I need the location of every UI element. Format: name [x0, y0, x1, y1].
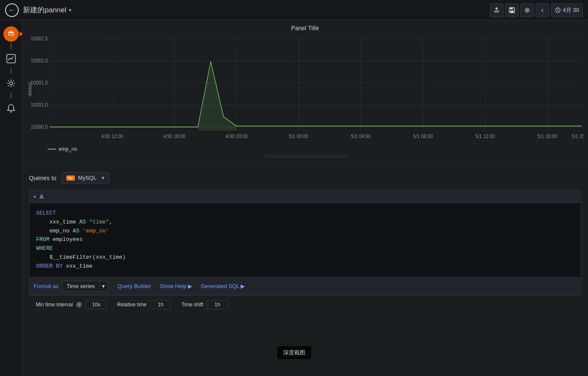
query-builder-button[interactable]: Query Builder — [113, 281, 155, 291]
format-as-label[interactable]: Format as — [34, 283, 59, 289]
sql-editor[interactable]: SELECT xxx_time AS "time", emp_no AS 'em… — [29, 203, 581, 277]
collapse-icon: ‹ — [541, 6, 543, 14]
query-block-name: A — [40, 193, 44, 200]
collapse-arrow-icon: ▾ — [34, 194, 36, 200]
format-select[interactable]: Time series ▾ — [62, 281, 108, 291]
svg-text:ddddd: ddddd — [27, 82, 32, 96]
relative-time-field: Relative time — [117, 300, 171, 309]
svg-text:10002.5: 10002.5 — [31, 36, 48, 41]
svg-text:5/1 16:00: 5/1 16:00 — [537, 133, 557, 139]
datasource-chevron-icon: ▾ — [102, 175, 105, 181]
back-button[interactable]: ← — [5, 3, 19, 17]
right-panel: Panel Title — [22, 20, 588, 376]
legend-label: emp_no — [59, 146, 77, 152]
show-help-button[interactable]: Show Help ▶ — [156, 281, 196, 291]
watermark-overlay: 深度截图 — [277, 346, 311, 359]
chart-inner: 10002.5 10002.0 10001.5 10001.0 10000.5 … — [26, 34, 584, 144]
time-shift-input[interactable] — [207, 300, 228, 309]
svg-point-3 — [526, 9, 528, 11]
sidebar-item-db[interactable] — [2, 25, 20, 43]
panel-title-text: 新建的pannel — [23, 5, 66, 15]
chart-scrollbar[interactable] — [263, 155, 348, 158]
svg-text:4/30 12:00: 4/30 12:00 — [101, 133, 123, 139]
svg-text:4/30 16:00: 4/30 16:00 — [163, 133, 185, 139]
chart-svg: 10002.5 10002.0 10001.5 10001.0 10000.5 … — [26, 34, 584, 144]
sql-line-3: emp_no AS 'emp_no' — [36, 227, 574, 236]
datasource-label: MySQL — [78, 175, 97, 181]
sql-line-5: WHERE — [36, 244, 574, 253]
time-range-button[interactable]: 4月 30 — [551, 3, 583, 17]
svg-text:10001.5: 10001.5 — [31, 80, 48, 85]
main-content: Panel Title — [0, 20, 588, 376]
svg-text:10002.0: 10002.0 — [31, 58, 48, 63]
share-button[interactable] — [490, 3, 503, 17]
svg-text:5/1 20:00: 5/1 20:00 — [572, 133, 584, 139]
sql-line-6: $__timeFilter(xxx_time) — [36, 253, 574, 262]
chart-title: Panel Title — [22, 25, 588, 31]
sql-line-1: SELECT — [36, 209, 574, 218]
sidebar-item-settings[interactable] — [2, 74, 20, 93]
time-range-label: 4月 30 — [563, 6, 579, 14]
sql-line-4: FROM employees — [36, 235, 574, 244]
settings-button[interactable] — [520, 3, 534, 17]
svg-rect-2 — [510, 11, 514, 12]
query-block-a: ▾ A SELECT xxx_time AS "time", emp_no AS… — [29, 190, 581, 295]
query-toolbar: Format as Time series ▾ Query Builder Sh… — [29, 277, 581, 295]
sql-line-7: ORDER BY xxx_time — [36, 262, 574, 271]
collapse-button[interactable]: ‹ — [536, 3, 549, 17]
svg-text:5/1 00:00: 5/1 00:00 — [289, 133, 308, 139]
svg-text:5/1 12:00: 5/1 12:00 — [475, 133, 495, 139]
sql-line-2: xxx_time AS "time", — [36, 218, 574, 227]
sidebar — [0, 20, 22, 376]
query-editor: Queries to My MySQL ▾ ▾ A SELECT xxx_tim… — [22, 165, 588, 376]
svg-text:10000.5: 10000.5 — [31, 124, 48, 130]
format-select-arrow-icon[interactable]: ▾ — [99, 281, 108, 291]
svg-text:10001.0: 10001.0 — [31, 102, 48, 107]
svg-point-5 — [9, 31, 14, 34]
datasource-select[interactable]: My MySQL ▾ — [62, 172, 109, 184]
time-shift-field: Time shift — [182, 300, 228, 309]
generated-sql-button[interactable]: Generated SQL ▶ — [196, 281, 249, 291]
chart-area: Panel Title — [22, 20, 588, 165]
relative-time-input[interactable] — [150, 300, 171, 309]
min-time-interval-input[interactable] — [85, 300, 107, 309]
time-shift-label: Time shift — [182, 302, 204, 308]
svg-rect-1 — [510, 8, 513, 9]
mysql-icon: My — [66, 175, 75, 181]
svg-text:5/1 04:00: 5/1 04:00 — [351, 133, 370, 139]
min-time-interval-label: Min time interval — [36, 302, 73, 308]
query-block-header[interactable]: ▾ A — [29, 191, 581, 203]
min-time-interval-info-icon[interactable]: i — [76, 302, 82, 308]
bottom-section: Min time interval i Relative time Time s… — [29, 295, 581, 314]
nav-actions: ‹ 4月 30 — [490, 3, 583, 17]
svg-point-7 — [9, 82, 12, 85]
queries-header: Queries to My MySQL ▾ — [29, 172, 581, 184]
chart-legend: emp_no — [22, 144, 588, 154]
format-select-value: Time series — [62, 281, 99, 291]
sidebar-item-visualization[interactable] — [2, 49, 20, 68]
panel-title-nav[interactable]: 新建的pannel ▾ — [23, 5, 71, 15]
svg-rect-6 — [7, 54, 15, 63]
min-time-interval-field: Min time interval i — [36, 300, 107, 309]
queries-to-label: Queries to — [29, 175, 57, 181]
sidebar-item-alerts[interactable] — [2, 99, 20, 117]
svg-text:5/1 08:00: 5/1 08:00 — [413, 133, 433, 139]
svg-text:4/30 20:00: 4/30 20:00 — [225, 133, 247, 139]
top-nav: ← 新建的pannel ▾ ‹ — [0, 0, 588, 20]
relative-time-label: Relative time — [117, 302, 146, 308]
panel-title-chevron: ▾ — [69, 7, 71, 13]
save-button[interactable] — [505, 3, 519, 17]
legend-line-color — [48, 149, 56, 150]
